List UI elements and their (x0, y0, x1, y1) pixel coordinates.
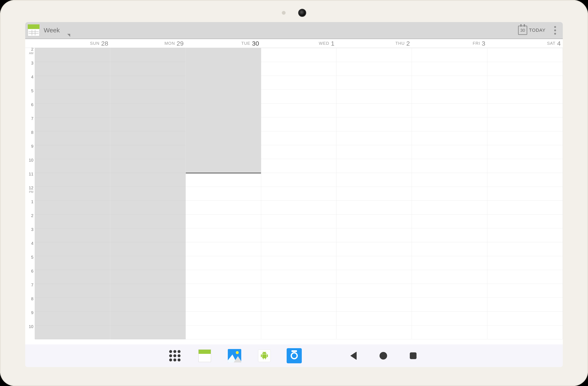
hour-gridline (336, 76, 412, 76)
day-column-thu[interactable] (336, 48, 412, 339)
hour-gridline (35, 256, 110, 256)
hour-gridline (336, 131, 412, 131)
front-camera (298, 9, 306, 17)
time-label: 7 (31, 116, 33, 121)
day-column-sat[interactable] (487, 48, 563, 339)
hour-gridline (261, 173, 336, 173)
today-calendar-icon: 30 (518, 26, 527, 35)
hour-gridline (487, 117, 563, 118)
day-header-fri[interactable]: FRI3 (412, 39, 487, 48)
android-shortcut[interactable] (257, 348, 272, 363)
hour-gridline (110, 325, 186, 325)
hour-gridline (261, 270, 336, 270)
time-label: 9 (31, 144, 33, 148)
hour-gridline (35, 62, 110, 62)
time-gutter: 2AM3456789101112PM12345678910 (25, 48, 35, 339)
hour-gridline (35, 325, 110, 325)
week-grid[interactable]: 2AM3456789101112PM12345678910 (25, 48, 563, 345)
hour-gridline (487, 131, 563, 131)
view-selector[interactable]: Week (44, 22, 72, 39)
hour-gridline (412, 131, 487, 131)
hour-gridline (35, 228, 110, 228)
day-header-tue[interactable]: TUE30 (186, 39, 261, 48)
hour-gridline (261, 62, 336, 62)
hour-gridline (186, 242, 261, 242)
hour-gridline (186, 339, 261, 339)
hour-gridline (487, 173, 563, 173)
today-button-label: TODAY (529, 27, 546, 33)
apps-button[interactable] (167, 348, 182, 363)
hour-gridline (412, 159, 487, 159)
home-button[interactable] (376, 348, 391, 363)
hour-gridline (487, 201, 563, 201)
today-button[interactable]: 30 TODAY (516, 24, 548, 36)
hour-gridline (35, 173, 110, 173)
hour-gridline (412, 228, 487, 228)
back-button[interactable] (346, 348, 361, 363)
hour-gridline (487, 270, 563, 270)
day-column-wed[interactable] (261, 48, 337, 339)
hour-gridline (412, 201, 487, 201)
recents-square-icon (410, 352, 417, 359)
gallery-icon (228, 349, 241, 363)
calendar-toolbar: Week 30 TODAY (25, 22, 563, 39)
hour-gridline (261, 201, 336, 201)
hour-gridline (110, 159, 186, 159)
gallery-shortcut[interactable] (227, 348, 242, 363)
day-column-sun[interactable] (35, 48, 110, 339)
day-column-mon[interactable] (110, 48, 186, 339)
hour-gridline (186, 201, 261, 201)
hour-gridline (110, 145, 186, 145)
hour-gridline (35, 117, 110, 118)
hour-gridline (412, 339, 487, 339)
time-label: 5 (31, 255, 33, 259)
time-label: 10 (29, 158, 33, 162)
spinner-triangle-icon (67, 34, 70, 37)
hour-gridline (110, 201, 186, 201)
hour-gridline (412, 173, 487, 173)
day-column-tue[interactable] (186, 48, 261, 339)
today-icon-number: 30 (520, 28, 525, 33)
calendar-shortcut[interactable] (197, 348, 212, 363)
day-header-wed[interactable]: WED1 (261, 39, 337, 48)
time-label: 4 (31, 75, 33, 79)
past-shade (186, 48, 261, 173)
hour-gridline (110, 242, 186, 242)
day-number-label: 28 (101, 40, 108, 47)
day-column-fri[interactable] (412, 48, 487, 339)
day-of-week-label: FRI (473, 41, 480, 46)
time-label: 6 (31, 269, 33, 273)
hour-gridline (336, 214, 412, 215)
view-selector-label: Week (44, 27, 60, 34)
time-label: 8 (31, 130, 33, 135)
hour-gridline (35, 131, 110, 131)
time-label: 5 (31, 89, 33, 93)
time-label: 3 (31, 61, 33, 65)
day-header-sat[interactable]: SAT4 (487, 39, 563, 48)
day-header-sun[interactable]: SUN28 (35, 39, 110, 48)
hour-gridline (261, 311, 336, 312)
time-label: 2AM (29, 48, 33, 55)
hour-gridline (412, 270, 487, 270)
time-label: 3 (31, 227, 33, 232)
hour-gridline (186, 214, 261, 215)
camera-shortcut[interactable] (287, 348, 302, 363)
ampm-label: PM (29, 190, 33, 193)
hour-gridline (412, 145, 487, 145)
hour-gridline (261, 325, 336, 325)
hour-gridline (110, 228, 186, 228)
hour-gridline (412, 311, 487, 312)
time-label: 8 (31, 297, 33, 301)
time-label: 9 (31, 311, 33, 315)
day-header-thu[interactable]: THU2 (336, 39, 412, 48)
day-of-week-label: MON (165, 41, 175, 46)
overflow-menu-button[interactable] (550, 24, 560, 36)
hour-gridline (35, 201, 110, 201)
hour-gridline (261, 214, 336, 215)
android-icon (258, 349, 271, 362)
hour-gridline (35, 298, 110, 298)
hour-gridline (186, 325, 261, 325)
hour-gridline (487, 145, 563, 145)
day-header-mon[interactable]: MON29 (110, 39, 186, 48)
recents-button[interactable] (406, 348, 421, 363)
